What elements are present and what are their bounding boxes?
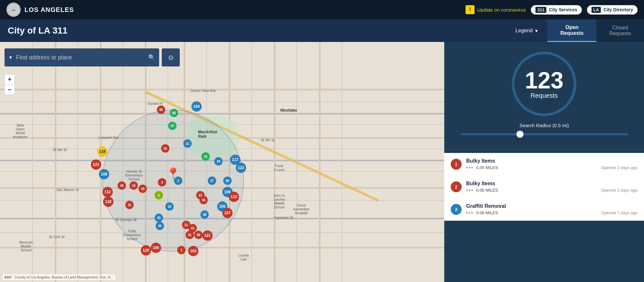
city-services-badge: 311 xyxy=(535,7,546,13)
map-pin-p8[interactable]: 32 xyxy=(201,152,210,161)
request-title: Graffiti Removal xyxy=(466,203,638,209)
map-pin-p4[interactable]: 37 xyxy=(168,122,177,130)
city-services-button[interactable]: 311 City Services xyxy=(531,5,582,15)
map-pin-p5[interactable]: 20 xyxy=(161,144,169,153)
search-box[interactable]: ▼ 🔍 xyxy=(5,48,159,66)
map-pin-p6[interactable]: 21 xyxy=(183,139,192,148)
map-pin-p37[interactable]: 91 xyxy=(186,231,194,239)
header-right: ! Update on coronavirus 311 City Service… xyxy=(466,5,638,15)
dot xyxy=(466,212,468,214)
search-input[interactable] xyxy=(16,54,145,61)
requests-list: 1 Bulky Items 0.05 MILES Opened 2 days a… xyxy=(444,153,644,282)
map-pin-p38[interactable]: 99 xyxy=(194,231,203,239)
map-pin-p7[interactable]: 116 xyxy=(97,146,108,157)
map-pin-p31[interactable]: 107 xyxy=(222,208,233,218)
map-pin-p14[interactable]: 2 xyxy=(174,176,182,185)
map-pin-p29[interactable]: 18 xyxy=(165,202,174,211)
map-pin-p39[interactable]: 121 xyxy=(202,230,213,241)
legend-chevron-icon: ▾ xyxy=(535,28,538,34)
map-pin-p32[interactable]: 25 xyxy=(155,214,163,222)
map-area[interactable]: 📍 95901043720211163244117122123109232796… xyxy=(0,42,444,282)
map-pin-p20[interactable]: 19 xyxy=(139,185,147,193)
map-pin-p34[interactable]: 30 xyxy=(156,222,164,230)
locate-icon: ⊙ xyxy=(168,54,174,61)
search-container: ▼ 🔍 ⊙ xyxy=(5,48,180,66)
map-pin-p26[interactable]: 36 xyxy=(199,196,208,204)
search-icon[interactable]: 🔍 xyxy=(148,54,155,61)
attribution-text: County of Los Angeles, Bureau of Land Ma… xyxy=(14,275,113,279)
map-pin-p12[interactable]: 123 xyxy=(91,159,101,170)
main-content: 📍 95901043720211163244117122123109232796… xyxy=(0,42,644,282)
stats-area: 123 Requests Search Radius (0.5 mi) xyxy=(444,42,644,146)
map-pin-p25[interactable]: 113 xyxy=(229,192,239,202)
corona-alert-text: Update on coronavirus xyxy=(477,7,526,13)
coronavirus-button[interactable]: ! Update on coronavirus xyxy=(466,5,526,14)
map-pin-p40[interactable]: 105 xyxy=(151,243,161,253)
requests-number: 123 xyxy=(525,69,563,92)
request-title: Bulky Items xyxy=(466,158,638,164)
request-list-item[interactable]: 1 Bulky Items 0.05 MILES Opened 2 days a… xyxy=(444,153,644,176)
request-dots xyxy=(466,167,473,168)
map-pin-p1[interactable]: 95 xyxy=(157,106,165,114)
request-info: Bulky Items 0.05 MILES Opened 2 days ago xyxy=(466,158,638,170)
dot xyxy=(466,189,468,191)
legend-button[interactable]: Legend ▾ xyxy=(506,19,547,42)
request-date: Opened 2 days ago xyxy=(601,188,638,193)
map-pin-p19[interactable]: 16 xyxy=(130,181,138,190)
dot xyxy=(469,167,470,168)
svg-text:LA: LA xyxy=(12,9,15,12)
right-panel: 123 Requests Search Radius (0.5 mi) 1 Bu… xyxy=(444,42,644,282)
request-info: Bulky Items 0.06 MILES Opened 2 days ago xyxy=(466,181,638,193)
locate-button[interactable]: ⊙ xyxy=(162,48,180,66)
request-title: Bulky Items xyxy=(466,181,638,186)
request-meta: 0.06 MILES Opened 2 days ago xyxy=(466,188,638,193)
city-directory-button[interactable]: LA City Directory xyxy=(587,5,638,15)
map-pin-p33[interactable]: 38 xyxy=(200,210,209,219)
page-title: City of LA 311 xyxy=(8,25,68,36)
map-pin-p21[interactable]: 112 xyxy=(102,187,113,197)
map-pin-p11[interactable]: 122 xyxy=(236,163,246,173)
slider-section: Search Radius (0.5 mi) xyxy=(451,123,638,136)
map-pin-p16[interactable]: 27 xyxy=(208,176,216,185)
map-pin-p41[interactable]: 1 xyxy=(177,246,186,254)
open-requests-tab[interactable]: OpenRequests xyxy=(547,19,596,42)
map-pin-p2[interactable]: 90 xyxy=(170,109,178,117)
request-list-item[interactable]: 2 Bulky Items 0.06 MILES Opened 2 days a… xyxy=(444,176,644,198)
zoom-in-button[interactable]: + xyxy=(5,74,15,85)
requests-circle: 123 Requests xyxy=(512,52,576,116)
request-list-item[interactable]: 3 Graffiti Removal 0.08 MILES Opened 7 d… xyxy=(444,198,644,221)
dot xyxy=(471,189,473,191)
request-badge: 3 xyxy=(451,204,462,215)
map-pin-p42[interactable]: 103 xyxy=(188,246,198,256)
request-badge: 1 xyxy=(451,159,462,170)
request-date: Opened 7 days ago xyxy=(601,210,638,215)
request-distance: 0.05 MILES xyxy=(476,165,498,170)
map-pin-p3[interactable]: 104 xyxy=(191,101,202,112)
map-pin-p22[interactable]: 5 xyxy=(155,191,163,199)
request-date: Opened 2 days ago xyxy=(601,165,638,170)
dot xyxy=(471,212,473,214)
map-pin-p27[interactable]: 118 xyxy=(103,196,113,207)
map-pin-p13[interactable]: 109 xyxy=(99,169,109,179)
request-distance: 0.06 MILES xyxy=(476,188,498,193)
dot xyxy=(466,167,468,168)
city-logo: LA xyxy=(6,3,21,17)
zoom-out-button[interactable]: − xyxy=(5,85,15,95)
request-meta: 0.05 MILES Opened 2 days ago xyxy=(466,165,638,170)
radius-slider[interactable] xyxy=(460,133,628,135)
map-pin-p17[interactable]: 96 xyxy=(223,176,232,185)
search-dropdown-icon[interactable]: ▼ xyxy=(8,55,13,60)
map-pin-p9[interactable]: 44 xyxy=(214,157,223,166)
city-dir-label: City Directory xyxy=(603,7,633,12)
request-distance: 0.08 MILES xyxy=(476,210,498,215)
request-badge: 2 xyxy=(451,181,462,192)
map-pin-p15[interactable]: 3 xyxy=(158,178,166,186)
esri-logo: esri xyxy=(5,275,11,279)
esri-attribution: esri County of Los Angeles, Bureau of La… xyxy=(3,274,115,280)
map-pin-p43[interactable]: 120 xyxy=(141,245,151,256)
map-pin-p18[interactable]: 40 xyxy=(118,181,126,190)
city-dir-badge: LA xyxy=(591,7,601,13)
request-dots xyxy=(466,212,473,214)
map-pin-p28[interactable]: 31 xyxy=(125,201,134,209)
closed-requests-tab[interactable]: ClosedRequests xyxy=(596,19,644,42)
